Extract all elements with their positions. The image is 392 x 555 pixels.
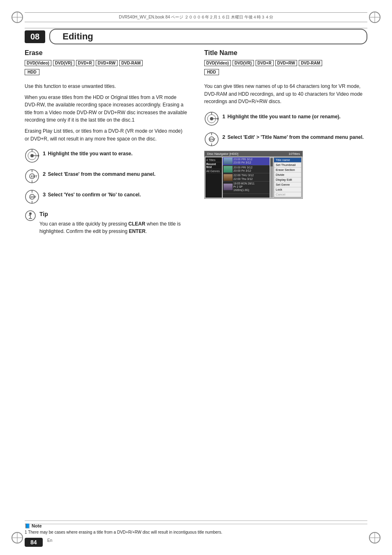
tip-content: Tip You can erase a title quickly by pre… [39, 210, 188, 235]
ui-menu-divide: Divide [274, 173, 301, 177]
ui-title-left: Disc Navigator [HDD] [207, 152, 238, 156]
title-name-format-badges: DVD(Video) DVD(VR) DVD+R DVD+RW DVD-RAM [204, 60, 367, 66]
tn-step1-text: 1 Highlight the title you want to name (… [222, 111, 341, 120]
corner-decoration-bl [12, 532, 23, 543]
tn-step2-text: 2 Select 'Edit' > 'Title Name' from the … [222, 132, 364, 141]
page-number: 84 [25, 538, 43, 547]
title-name-step1: 1 Highlight the title you want to name (… [204, 111, 367, 126]
badge-dvd-ram: DVD-RAM [119, 60, 143, 66]
ui-scrollbar [270, 157, 273, 198]
erase-title: Erase [25, 49, 188, 57]
ui-scrollbar-thumb [270, 158, 273, 166]
two-columns-layout: Erase DVD(Video) DVD(VR) DVD+R DVD+RW DV… [25, 49, 367, 235]
step2-icon: ENT [25, 169, 39, 184]
ui-sidebar: 4 Titles Recent first All Genres [205, 157, 222, 198]
note-section: 📘 Note 1 There may be cases where erasin… [25, 520, 367, 534]
tn-step2-number: 2 [222, 134, 225, 140]
step1-number: 1 [43, 150, 46, 157]
erase-step2-text: 2 Select 'Erase' from the command menu p… [43, 169, 155, 178]
step3-number: 3 [43, 191, 46, 198]
ui-menu-erase-section: Erase Section [274, 168, 301, 173]
ui-list-item-1: 23:00 FRI 3/12 23:00 Fri 3/12 [223, 157, 270, 166]
ui-info-4: 19:05 MON 28/11 Pr 2 SP 1h00m(1.0G) [233, 182, 269, 191]
erase-paragraph1: Use this function to erase unwanted titl… [25, 83, 188, 90]
tip-box: Tip You can erase a title quickly by pre… [25, 210, 188, 235]
tip-title: Tip [39, 210, 188, 219]
erase-step1-text: 1 Highlight the title you want to erase. [43, 148, 133, 157]
erase-section: Erase DVD(Video) DVD(VR) DVD+R DVD+RW DV… [25, 49, 188, 235]
erase-step3: ENT 3 Select 'Yes' to confirm or 'No' to… [25, 189, 188, 204]
svg-text:ENT: ENT [210, 138, 216, 141]
ui-menu-display-edit: Display Edit [274, 177, 301, 182]
erase-step1: 1 Highlight the title you want to erase. [25, 148, 188, 163]
tn-badge-dvd-video: DVD(Video) [204, 60, 231, 66]
ui-thumb-2 [224, 166, 233, 173]
ui-menu-title-name: Title name [274, 158, 301, 163]
erase-step3-text: 3 Select 'Yes' to confirm or 'No' to can… [43, 189, 141, 198]
ui-menu-cancel: Cancel [274, 192, 301, 197]
ui-list-item-3: 22:00 THU 3/12 22:00 Thu 3/12 [223, 173, 270, 182]
ui-thumb-3 [224, 174, 233, 181]
title-name-step2: ENT 2 Select 'Edit' > 'Title Name' from … [204, 132, 367, 147]
main-content: Erase DVD(Video) DVD(VR) DVD+R DVD+RW DV… [25, 49, 367, 522]
title-name-hdd-badge: HDD [204, 69, 219, 75]
tn-step1-icon [204, 111, 219, 126]
chapter-header: 08 Editing [25, 29, 367, 44]
chapter-number: 08 [25, 30, 45, 43]
ui-title-right: 10Titles [288, 152, 300, 156]
note-text: 1 There may be cases where erasing a tit… [25, 530, 367, 534]
ui-title-bar: Disc Navigator [HDD] 10Titles [205, 151, 302, 157]
ui-body: 4 Titles Recent first All Genres 23:00 F… [205, 157, 302, 198]
step3-icon: ENT [25, 189, 39, 204]
ui-menu-set-thumbnail: Set Thumbnail [274, 163, 301, 168]
ui-thumb-1 [224, 158, 233, 164]
svg-point-17 [29, 212, 32, 215]
ui-thumb-4 [224, 184, 233, 190]
svg-point-20 [210, 117, 213, 120]
file-info-text: DVR540H_WV_EN.book 84 ページ ２０００６年２月１６日 木曜… [119, 15, 273, 19]
erase-step2: ENT 2 Select 'Erase' from the command me… [25, 169, 188, 184]
ui-screenshot: Disc Navigator [HDD] 10Titles 4 Titles R… [204, 151, 303, 199]
corner-decoration-br [369, 532, 380, 543]
ui-list-item-2: 20:00 FRI 3/12 20:00 Fri 3/12 [223, 166, 270, 174]
svg-text:ENT: ENT [31, 175, 37, 178]
tn-step2-icon: ENT [204, 132, 219, 147]
erase-format-badges: DVD(Video) DVD(VR) DVD+R DVD+RW DVD-RAM [25, 60, 188, 66]
ui-sidebar-4titles: 4 Titles [206, 158, 221, 162]
note-icon-title: 📘 Note [25, 523, 367, 529]
step1-icon [25, 148, 39, 163]
ui-list: 23:00 FRI 3/12 23:00 Fri 3/12 20:00 FRI … [223, 157, 270, 198]
badge-dvd-video: DVD(Video) [25, 60, 51, 66]
tip-icon [25, 210, 36, 224]
ui-info-1: 23:00 FRI 3/12 23:00 Fri 3/12 [233, 158, 269, 165]
erase-hdd-badge: HDD [25, 69, 39, 75]
chapter-title: Editing [49, 29, 367, 44]
ui-info-3: 22:00 THU 3/12 22:00 Thu 3/12 [233, 174, 269, 181]
svg-text:ENT: ENT [30, 196, 37, 198]
title-name-title: Title Name [204, 49, 367, 57]
ui-menu-set-genre: Set Genre [274, 182, 301, 187]
badge-dvd-rw: DVD+RW [96, 60, 118, 66]
corner-decoration-tl [12, 12, 23, 23]
title-name-paragraph1: You can give titles new names of up to 6… [204, 83, 367, 106]
tn-badge-dvd-r: DVD+R [256, 60, 274, 66]
svg-point-2 [30, 154, 34, 157]
tip-text: You can erase a title quickly by pressin… [39, 220, 188, 235]
ui-menu-lock: Lock [274, 187, 301, 192]
ui-info-2: 20:00 FRI 3/12 20:00 Fri 3/12 [233, 166, 269, 173]
tn-step1-number: 1 [222, 113, 225, 120]
tn-badge-dvd-ram: DVD-RAM [299, 60, 322, 66]
title-name-section: Title Name DVD(Video) DVD(VR) DVD+R DVD+… [204, 49, 367, 235]
step2-number: 2 [43, 171, 46, 177]
corner-decoration-tr [369, 12, 380, 23]
ui-context-menu: Title name Set Thumbnail Erase Section D… [274, 157, 302, 198]
tn-badge-dvd-vr: DVD(VR) [233, 60, 254, 66]
ui-list-item-4: 19:05 MON 28/11 Pr 2 SP 1h00m(1.0G) [223, 182, 270, 193]
page-lang: En [47, 538, 52, 543]
erase-paragraph3: Erasing Play List titles, or titles from… [25, 127, 188, 143]
badge-dvd-r: DVD+R [76, 60, 94, 66]
tn-badge-dvd-rw: DVD+RW [275, 60, 297, 66]
erase-paragraph2: When you erase titles from the HDD or Or… [25, 94, 188, 124]
badge-dvd-vr: DVD(VR) [53, 60, 74, 66]
note-icon: 📘 [25, 523, 30, 528]
